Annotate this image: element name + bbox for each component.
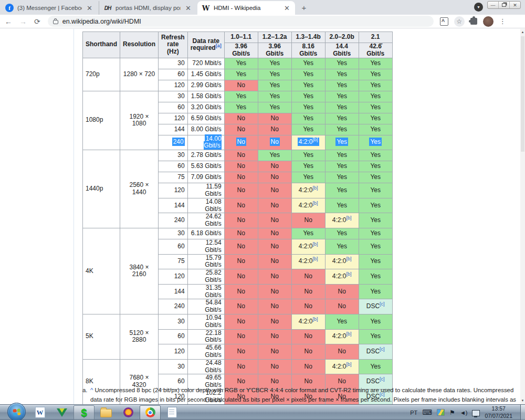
support-cell: Yes (224, 102, 258, 113)
forward-button[interactable]: → (19, 17, 27, 26)
restore-icon (502, 3, 506, 7)
language-indicator[interactable]: PT (410, 410, 417, 416)
wikipedia-icon: W (202, 4, 210, 12)
data-rate-cell: 3.20 Gbit/s (187, 102, 224, 113)
action-center-flag-icon[interactable]: ⚑ (449, 409, 455, 416)
resolution-cell: 1920 × 1080 (120, 91, 159, 150)
support-cell: 4:2:0[b] (291, 314, 325, 329)
taskbar-clock[interactable]: 13:57 07/07/2021 (485, 405, 512, 419)
tab-hdmi-wikipedia-active[interactable]: W HDMI - Wikipedia ✕ (197, 1, 295, 15)
url-text[interactable]: en.wikipedia.org/wiki/HDMI (62, 18, 141, 25)
dh-site-icon: DH (103, 4, 112, 12)
photo-viewer-icon[interactable] (437, 409, 445, 416)
refresh-rate-cell: 240 (159, 299, 188, 314)
show-desktop-button[interactable] (520, 405, 525, 420)
media-control-icon[interactable]: ▼ (474, 3, 483, 12)
start-button[interactable] (7, 403, 26, 420)
support-cell: No (258, 124, 291, 135)
profile-avatar[interactable] (483, 16, 494, 27)
support-cell: 4:2:0[b] (291, 198, 325, 213)
support-cell: Yes (325, 91, 359, 102)
footnote-ref-link[interactable]: [b] (346, 362, 352, 367)
taskbar-word-button[interactable]: W (29, 405, 50, 420)
dollar-app-icon: $ (81, 407, 87, 418)
taskbar-notepad-button[interactable] (162, 405, 183, 420)
support-cell: 4:2:0[b] (291, 254, 325, 269)
support-cell: No (224, 161, 258, 172)
footnote-ref-link[interactable]: [b] (313, 137, 318, 142)
shorthand-cell: 5K (83, 314, 120, 359)
taskbar-triangle-app-button[interactable] (51, 405, 72, 420)
close-button[interactable]: ✕ (509, 2, 520, 8)
tab-messenger[interactable]: f (3) Messenger | Facebook ✕ (1, 1, 98, 15)
footnote-ref-link[interactable]: [b] (346, 215, 352, 220)
footnote-backlink[interactable]: ^ (90, 387, 93, 393)
keyboard-icon[interactable]: ⌨ (422, 408, 432, 416)
support-cell: Yes (325, 183, 359, 198)
extensions-puzzle-icon[interactable] (470, 18, 477, 25)
new-tab-button[interactable]: + (299, 3, 309, 13)
support-cell: Yes (291, 102, 325, 113)
support-cell: No (258, 113, 291, 124)
network-icon[interactable] (472, 410, 480, 416)
footnote-ref-link[interactable]: [b] (313, 242, 318, 247)
tab-close-icon[interactable]: ✕ (184, 5, 192, 12)
toolbar-right-icons: ☆ ⋮ (440, 16, 506, 27)
shorthand-cell: 1080p (83, 91, 120, 150)
support-cell: 4:2:0[b] (325, 254, 359, 269)
tab-portas-hdmi[interactable]: DH portas HDMI, display port - Moni ✕ (99, 1, 196, 15)
scroll-up-icon[interactable]: ▲ (520, 30, 525, 34)
taskbar-avast-browser-button[interactable] (118, 405, 139, 420)
taskbar-dollar-app-button[interactable]: $ (74, 405, 94, 420)
tab-title: HDMI - Wikipedia (214, 5, 279, 11)
restore-button[interactable] (498, 2, 509, 8)
support-cell: Yes (359, 228, 392, 239)
page-scrollbar[interactable]: ▲ ▼ (520, 29, 525, 404)
column-header: Data rate required[a] (187, 32, 224, 58)
address-bar[interactable]: en.wikipedia.org/wiki/HDMI (48, 16, 434, 27)
back-button[interactable]: ← (5, 17, 12, 26)
data-rate-cell: 2.99 Gbit/s (187, 80, 224, 91)
scroll-down-icon[interactable]: ▼ (520, 399, 525, 402)
footnote-ref-link[interactable]: [b] (313, 256, 318, 261)
footnote-ref-link[interactable]: [b] (346, 331, 352, 337)
footnote-ref-link[interactable]: [c] (380, 301, 385, 307)
tab-close-icon[interactable]: ✕ (283, 5, 291, 12)
support-cell: No (258, 284, 291, 299)
lock-icon[interactable] (53, 20, 58, 24)
taskbar-explorer-button[interactable] (96, 405, 117, 420)
resolution-cell: 5120 × 2880 (120, 314, 159, 359)
taskbar-chrome-button[interactable] (140, 405, 161, 420)
support-cell: Yes (291, 172, 325, 183)
support-cell: No (224, 359, 258, 374)
footnote-ref-link[interactable]: [b] (313, 185, 318, 191)
footnote-ref-link[interactable]: [b] (313, 201, 318, 206)
minimize-button[interactable]: — (488, 2, 498, 8)
footnote-ref-link[interactable]: [b] (313, 317, 318, 322)
scrollbar-thumb[interactable] (521, 36, 524, 152)
footnote-ref-link[interactable]: [c] (380, 346, 385, 352)
support-cell: Yes (325, 314, 359, 329)
support-cell: Yes (291, 161, 325, 172)
speaker-icon[interactable]: ◄) (460, 410, 468, 416)
footnote-ref-link[interactable]: [b] (346, 256, 352, 261)
reload-button[interactable]: ⟳ (34, 17, 40, 26)
clock-time: 13:57 (485, 405, 512, 412)
footnote-ref-link[interactable]: [a] (216, 43, 222, 48)
chrome-icon (145, 407, 155, 417)
word-icon: W (35, 407, 45, 418)
footnote-ref-link[interactable]: [c] (380, 376, 385, 382)
support-cell: DSC[c] (359, 344, 392, 360)
support-cell: Yes (224, 91, 258, 102)
support-cell: Yes (359, 172, 392, 183)
support-cell: Yes (224, 58, 258, 69)
tab-close-icon[interactable]: ✕ (86, 5, 93, 12)
translate-icon[interactable] (440, 17, 448, 26)
bookmark-star-icon[interactable]: ☆ (454, 16, 465, 27)
kebab-menu-icon[interactable]: ⋮ (499, 17, 506, 25)
support-cell: Yes (359, 239, 392, 254)
footnote-ref-link[interactable]: [b] (346, 271, 352, 277)
data-rate-cell: 2.78 Gbit/s (187, 150, 224, 161)
column-header: Resolution (120, 32, 159, 58)
column-header: Refresh rate (Hz) (159, 32, 188, 58)
